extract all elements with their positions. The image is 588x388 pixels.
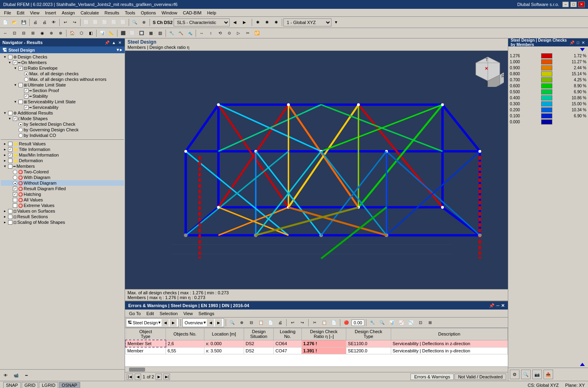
expand-on-members[interactable]: ▾ xyxy=(7,60,12,65)
t2-6[interactable]: ⊕ xyxy=(47,29,56,38)
t2-4[interactable]: ⊞ xyxy=(28,29,37,38)
t2-1[interactable]: ↔ xyxy=(1,29,10,38)
tree-without-diagram[interactable]: ▾ ⭕ Without Diagram xyxy=(1,180,124,186)
t2-27[interactable]: 🔂 xyxy=(253,29,261,38)
et-btn11[interactable]: 📄 xyxy=(329,318,338,327)
print-btn[interactable]: 🖨 xyxy=(31,18,40,27)
tree-members[interactable]: ▾ ━ Members xyxy=(1,163,124,169)
t2-13[interactable]: ⬛ xyxy=(119,29,127,38)
lgrid-btn[interactable]: LGRID xyxy=(39,382,58,388)
expand-ratio-envelope[interactable]: ▾ xyxy=(13,66,18,70)
new-btn[interactable]: 📄 xyxy=(1,18,10,27)
et-btn7[interactable]: ↩ xyxy=(288,318,297,327)
navigator-pin[interactable]: 📌 xyxy=(104,40,110,45)
close-button[interactable]: ✕ xyxy=(578,2,585,7)
menu-assign[interactable]: Assign xyxy=(59,10,77,16)
tree-uls[interactable]: ▾ ⊞ Ultimate Limit State xyxy=(1,82,124,88)
t2-5[interactable]: ◉ xyxy=(38,29,46,38)
expand-maxmin[interactable]: ▸ xyxy=(2,153,7,157)
cb-uls[interactable] xyxy=(18,83,23,87)
radio-by-selected[interactable] xyxy=(18,122,23,127)
cb-additional[interactable] xyxy=(8,111,12,115)
radio-without-diagram[interactable] xyxy=(13,181,17,185)
radio-max-all[interactable] xyxy=(24,72,28,76)
et-btn3[interactable]: ⊟ xyxy=(247,318,256,327)
cp-settings-btn[interactable]: ⚙ xyxy=(510,370,519,379)
view3-btn[interactable]: ⬜ xyxy=(100,18,109,27)
menu-cadbim[interactable]: CAD-BIM xyxy=(180,10,204,16)
cb-extreme-values[interactable] xyxy=(13,203,17,208)
err-menu-edit[interactable]: Edit xyxy=(144,311,156,316)
cb-mode-shapes[interactable] xyxy=(13,117,17,121)
menu-results[interactable]: Results xyxy=(102,10,122,16)
zoomall-btn[interactable]: ⊕ xyxy=(139,18,148,27)
et-btn15[interactable]: 📊 xyxy=(387,318,396,327)
t2-3[interactable]: ⊟ xyxy=(19,29,28,38)
radio-with-diagram[interactable] xyxy=(13,175,17,180)
err-menu-view[interactable]: View xyxy=(181,311,195,316)
tree-mode-shapes[interactable]: ▾ ⟨ Mode Shapes xyxy=(1,116,124,121)
coord-more-btn[interactable]: ▼ xyxy=(332,18,341,27)
expand-design-checks[interactable]: ▾ xyxy=(2,54,7,59)
tree-two-colored[interactable]: ▾ ⭕ Two-Colored xyxy=(1,169,124,175)
not-valid-tab[interactable]: Not Valid / Deactivated xyxy=(455,374,506,380)
tree-on-members[interactable]: ▾ ━ On Members xyxy=(1,60,124,65)
t2-24[interactable]: ⊙ xyxy=(225,29,234,38)
module-next[interactable]: ▶ xyxy=(170,319,177,326)
tree-hatching[interactable]: ▾ ⭕ Hatching xyxy=(1,191,124,197)
view1-btn[interactable]: ⬜ xyxy=(82,18,91,27)
menu-window[interactable]: Window xyxy=(159,10,180,16)
menu-file[interactable]: File xyxy=(2,10,14,16)
et-btn14[interactable]: 🔍 xyxy=(378,318,386,327)
cb-section-proof[interactable] xyxy=(24,88,28,93)
radio-max-noerr[interactable] xyxy=(24,77,28,82)
t2-2[interactable]: ⊡ xyxy=(10,29,19,38)
navigator-close[interactable]: ✕ xyxy=(117,40,122,45)
et-btn16[interactable]: 📈 xyxy=(397,318,406,327)
t2-8[interactable]: 🏠 xyxy=(68,29,77,38)
zoom-btn[interactable]: 🔍 xyxy=(130,18,139,27)
expand-result-values[interactable]: ▸ xyxy=(2,141,7,146)
t2-26[interactable]: ✂ xyxy=(243,29,252,38)
minimize-button[interactable]: – xyxy=(562,2,569,7)
cp-expand[interactable]: □ xyxy=(576,40,580,45)
collapse-btn[interactable]: ▾ xyxy=(117,47,119,52)
tree-all-values[interactable]: ▾ ⭕ All Values xyxy=(1,197,124,203)
cb-values-surfaces[interactable] xyxy=(8,209,12,213)
t2-25[interactable]: ▷ xyxy=(234,29,243,38)
view5-btn[interactable]: ⬜ xyxy=(119,18,127,27)
expand-additional[interactable]: ▾ xyxy=(2,111,7,115)
err-menu-goto[interactable]: Go To xyxy=(127,311,143,316)
radio-by-governing[interactable] xyxy=(18,128,23,132)
t2-20[interactable]: 🔩 xyxy=(186,29,194,38)
nav-btn2[interactable]: 📹 xyxy=(12,371,20,380)
et-btn19[interactable]: ⊞ xyxy=(426,318,434,327)
nav-btn1[interactable]: 👁 xyxy=(1,371,10,380)
module-prev[interactable]: ◀ xyxy=(162,319,169,326)
tree-sls[interactable]: ▾ ⊞ Serviceability Limit State xyxy=(1,99,124,105)
tree-extreme-values[interactable]: ▾ ⭕ Extreme Values xyxy=(1,203,124,208)
t2-10[interactable]: ◧ xyxy=(86,29,95,38)
tree-result-sections[interactable]: ▸ ⊡ Result Sections xyxy=(1,214,124,219)
cb-maxmin[interactable] xyxy=(8,153,12,157)
err-menu-selection[interactable]: Selection xyxy=(157,311,180,316)
t2-17[interactable]: ▧ xyxy=(156,29,164,38)
tree-scaling[interactable]: ▸ ⊡ Scaling of Mode Shapes xyxy=(1,219,124,225)
cb-members[interactable] xyxy=(8,164,12,169)
et-btn13[interactable]: 🔧 xyxy=(368,318,377,327)
t2-15[interactable]: 🔲 xyxy=(137,29,146,38)
more3-btn[interactable]: ✱ xyxy=(272,18,281,27)
et-btn5[interactable]: 📄 xyxy=(266,318,275,327)
cb-title-info[interactable] xyxy=(8,147,12,152)
cb-rdf[interactable] xyxy=(13,187,17,191)
more1-btn[interactable]: ✱ xyxy=(253,18,262,27)
err-menu-settings[interactable]: Settings xyxy=(196,311,217,316)
radio-by-individual[interactable] xyxy=(18,133,23,138)
view2-btn[interactable]: ⬜ xyxy=(91,18,100,27)
t2-16[interactable]: ▦ xyxy=(146,29,155,38)
et-btn2[interactable]: ⊕ xyxy=(237,318,246,327)
menu-tools[interactable]: Tools xyxy=(122,10,137,16)
menu-help[interactable]: Help xyxy=(205,10,219,16)
tree-max-all[interactable]: ▾ Max. of all design checks xyxy=(1,71,124,76)
errors-close-btn[interactable]: ✕ xyxy=(501,303,505,308)
